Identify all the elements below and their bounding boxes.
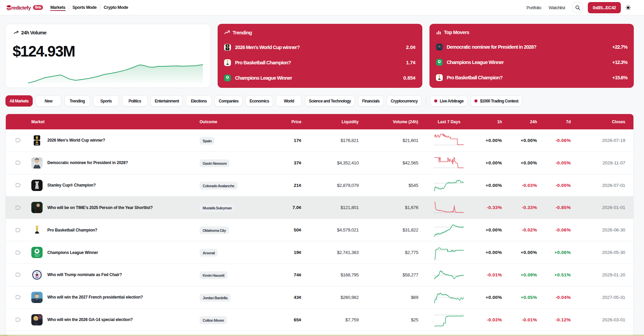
- svg-text:LEAGUE: LEAGUE: [438, 64, 441, 65]
- svg-text:FIFA: FIFA: [226, 49, 228, 50]
- svg-text:CHAMPIONS: CHAMPIONS: [225, 79, 230, 80]
- svg-text:LEAGUE: LEAGUE: [35, 256, 39, 257]
- svg-text:CHAMPIONS: CHAMPIONS: [437, 63, 441, 64]
- svg-text:FIFA: FIFA: [35, 143, 38, 145]
- svg-text:LEAGUE: LEAGUE: [226, 80, 229, 81]
